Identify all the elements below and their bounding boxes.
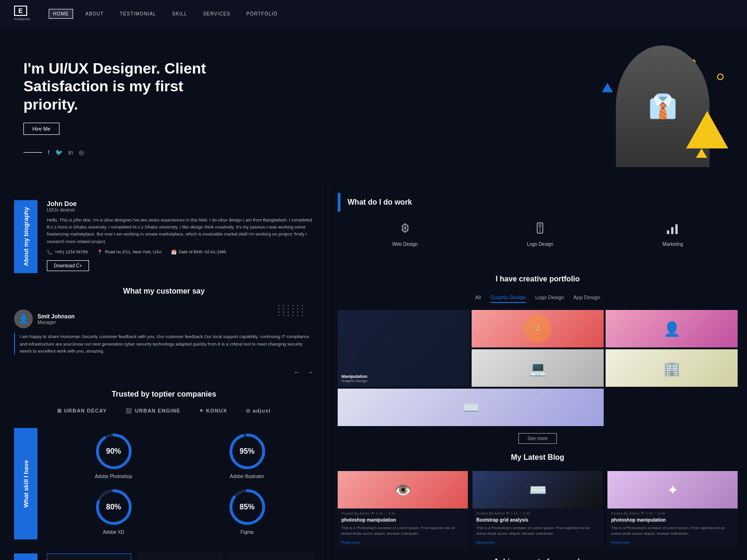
nav-item-skill[interactable]: SKILL xyxy=(168,10,191,17)
svg-rect-15 xyxy=(667,230,669,234)
blog-meta-2: Posted By Admin 👁 2.1k ♡ 2.2k xyxy=(473,508,603,516)
skill-name-xd: Adobe XD xyxy=(103,530,125,535)
twitter-icon[interactable]: 🐦 xyxy=(55,149,63,156)
dot xyxy=(297,308,298,309)
about-role: UI/Ux desiner xyxy=(47,207,314,213)
social-divider xyxy=(23,152,42,153)
skill-circle-photoshop: 90% xyxy=(95,433,133,470)
blog-excerpt-3: This is a Photoshop's acreator of Lorem … xyxy=(607,523,738,538)
right-column: What do I do work Web Design xyxy=(328,186,747,560)
service-logo-right[interactable]: Logo Design xyxy=(527,221,553,247)
skill-circle-xd: 80% xyxy=(95,488,133,526)
nav-link-testimonial[interactable]: TESTIMONIAL xyxy=(116,9,160,18)
about-name: John Doe xyxy=(47,200,314,207)
urban-decay-icon: ⊞ xyxy=(57,408,62,414)
hero-text: I'm UI/UX Designer. Client Satisfaction … xyxy=(23,45,592,167)
testimonial-nav: ← → xyxy=(14,368,314,376)
dot xyxy=(302,311,303,313)
portfolio-subtitle-1: Graphic Design xyxy=(341,379,466,383)
work-label-bar: What do I do work xyxy=(14,553,37,560)
tab-all[interactable]: All xyxy=(475,293,481,303)
skill-percent-figma: 85% xyxy=(239,503,254,511)
about-description: Hello, This is john doe. I'm a ul/ux des… xyxy=(47,216,314,245)
portfolio-item-1[interactable]: Manipulation Graphic Design xyxy=(338,310,470,387)
read-more-2[interactable]: Read more → xyxy=(473,538,603,548)
nav-link-portfolio[interactable]: PORTFOLIO xyxy=(243,9,281,18)
read-more-3[interactable]: Read more → xyxy=(607,538,738,548)
service-web-design-right[interactable]: Web Design xyxy=(392,221,418,247)
adjust-icon: ⊙ xyxy=(246,408,251,414)
skill-figma: 85% Figma xyxy=(185,488,309,535)
portfolio-item-2[interactable]: 🎨 xyxy=(472,310,604,347)
dot xyxy=(292,308,294,309)
logo-subtitle: multipose xyxy=(14,17,30,21)
work-card-apps[interactable]: 📱 Apps Design xyxy=(47,553,131,560)
dot xyxy=(302,308,303,309)
instagram-icon[interactable]: ◎ xyxy=(79,149,84,156)
blog-image-1: 👁️ xyxy=(338,471,468,508)
portfolio-item-4[interactable]: 💻 xyxy=(472,349,604,387)
nav-item-services[interactable]: SERVICES xyxy=(200,10,234,17)
hire-button[interactable]: Hire Me xyxy=(23,123,59,135)
next-arrow[interactable]: → xyxy=(307,368,314,376)
company-label: adjust xyxy=(253,408,271,413)
logo-icon: E xyxy=(14,6,27,16)
service-marketing-right[interactable]: Marketing xyxy=(662,221,683,247)
work-card-ui[interactable]: ✏️ UI Design xyxy=(138,553,222,560)
work-card-branding[interactable]: ◈ Branding Design xyxy=(229,553,314,560)
tab-graphic-design[interactable]: Graphic Design xyxy=(490,293,526,303)
linkedin-icon[interactable]: in xyxy=(68,149,73,156)
web-design-icon-right xyxy=(392,221,418,239)
work-cards: 📱 Apps Design ✏️ UI Design ◈ Branding De… xyxy=(47,553,314,560)
company-konux: ✦ KONUX xyxy=(199,408,227,414)
portfolio-icon-4: 💻 xyxy=(529,360,547,376)
nav-item-testimonial[interactable]: TESTIMONIAL xyxy=(116,10,160,17)
skill-photoshop: 90% Adobe Photoshop xyxy=(52,433,176,479)
portfolio-icon-2: 🎨 xyxy=(524,315,552,343)
tab-logo-design[interactable]: Logo Design xyxy=(535,293,564,303)
see-more-button[interactable]: See more xyxy=(518,433,556,444)
dot xyxy=(297,315,298,316)
dot xyxy=(288,311,289,313)
portfolio-item-3[interactable]: 👤 xyxy=(606,310,738,347)
dot xyxy=(283,308,284,309)
download-cv-button[interactable]: Download C+ xyxy=(47,260,89,271)
nav-link-about[interactable]: ABOUT xyxy=(81,9,107,18)
about-label-bar: About my biography xyxy=(14,200,37,273)
skills-section: What skill I have 90% Adobe Photoshop xyxy=(14,428,314,539)
nav-link-home[interactable]: HOME xyxy=(49,9,73,19)
hero-person-image: 👔 xyxy=(616,45,710,167)
company-urban-engine: ⬛ URBAN ENGINE xyxy=(126,408,180,414)
svg-point-13 xyxy=(539,224,541,227)
hero-image-area: 👔 xyxy=(592,45,733,167)
skill-name-figma: Figma xyxy=(241,530,254,535)
logo: E multipose xyxy=(14,6,30,21)
tab-app-design[interactable]: App Design xyxy=(573,293,600,303)
blog-title-3: photoshop manipulation xyxy=(607,516,738,523)
skill-circle-figma: 85% xyxy=(229,488,266,526)
nav-links: HOME ABOUT TESTIMONIAL SKILL SERVICES PO… xyxy=(49,10,281,17)
hero-triangle-large xyxy=(686,111,728,148)
skill-xd: 80% Adobe XD xyxy=(52,488,176,535)
nav-item-about[interactable]: ABOUT xyxy=(81,10,107,17)
nav-link-skill[interactable]: SKILL xyxy=(168,9,191,18)
dot xyxy=(297,311,298,313)
dot xyxy=(302,315,303,316)
about-address: 📍 Road no 2/11, New York, USA xyxy=(97,250,162,255)
facebook-icon[interactable]: f xyxy=(48,149,50,156)
read-more-1[interactable]: Read more → xyxy=(338,538,468,548)
address-text: Road no 2/11, New York, USA xyxy=(105,250,162,254)
dot xyxy=(302,305,303,306)
nav-link-services[interactable]: SERVICES xyxy=(200,9,234,18)
author-name: Smit Johnson xyxy=(37,313,74,320)
prev-arrow[interactable]: ← xyxy=(294,368,300,376)
dob-text: Date of Birth: 02-01-1995 xyxy=(179,250,226,254)
nav-item-home[interactable]: HOME xyxy=(49,10,73,17)
portfolio-item-6[interactable]: ⌨️ xyxy=(338,389,604,426)
about-content: John Doe UI/Ux desiner Hello, This is jo… xyxy=(47,200,314,273)
portfolio-item-5[interactable]: 🏢 xyxy=(606,349,738,387)
location-icon: 📍 xyxy=(97,250,103,255)
nav-item-portfolio[interactable]: PORTFOLIO xyxy=(243,10,281,17)
portfolio-tabs: All Graphic Design Logo Design App Desig… xyxy=(338,293,738,303)
skill-circle-illustrator: 95% xyxy=(229,433,266,470)
